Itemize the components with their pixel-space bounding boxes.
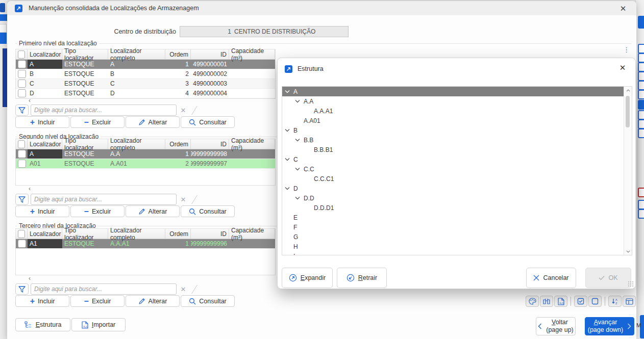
clear-filter-icon[interactable]: ✕	[179, 194, 188, 205]
tree-node-A.A.A1[interactable]: A.A.A1	[282, 106, 632, 116]
chevron-down-icon[interactable]	[285, 128, 290, 132]
table-row[interactable]: A1ESTOQUEA.A.A11999999999996	[16, 239, 275, 249]
search-columns-icon[interactable]	[540, 296, 553, 307]
search-input[interactable]	[31, 105, 177, 116]
incluir-button[interactable]: +Incluir	[15, 295, 69, 307]
consultar-button[interactable]: Consultar	[181, 116, 235, 128]
column-header[interactable]: Localizador	[28, 49, 62, 59]
avancar-button[interactable]: Avançar(page down)	[585, 317, 634, 335]
hscrollbar[interactable]: ‹	[15, 276, 275, 282]
column-header[interactable]: Tipo localizador	[62, 139, 108, 149]
row-checkbox[interactable]	[16, 69, 28, 79]
column-header[interactable]: Ordem	[165, 229, 191, 239]
retrair-button[interactable]: Retrair	[337, 268, 387, 288]
tree-node-A.A01[interactable]: A.A01	[282, 116, 632, 125]
column-header[interactable]: ID	[191, 139, 229, 149]
tree-node-C.C.C1[interactable]: C.C.C1	[282, 174, 632, 184]
filter-icon[interactable]	[15, 283, 29, 295]
excluir-button[interactable]: −Excluir	[70, 116, 125, 128]
incluir-button[interactable]: +Incluir	[15, 116, 69, 128]
palette-icon[interactable]	[526, 296, 539, 307]
estrutura-button[interactable]: Estrutura	[15, 318, 70, 331]
chevron-down-icon[interactable]	[295, 196, 300, 200]
column-header[interactable]: Tipo localizador	[62, 49, 108, 59]
voltar-button[interactable]: Voltar(page up)	[536, 317, 576, 335]
tree-node-E[interactable]: E	[282, 213, 632, 222]
alterar-button[interactable]: Alterar	[126, 295, 180, 307]
table-row[interactable]: BESTOQUEB24990000002	[16, 69, 275, 79]
tree-scroll-thumb[interactable]	[626, 96, 630, 127]
row-checkbox[interactable]	[16, 159, 28, 168]
filter-icon[interactable]	[15, 105, 29, 116]
tree-node-D[interactable]: D	[282, 184, 632, 193]
check-all-icon[interactable]	[574, 296, 587, 307]
column-header[interactable]: Localizador completo	[108, 139, 165, 149]
chevron-down-icon[interactable]	[295, 99, 300, 103]
scroll-up-icon[interactable]	[624, 87, 632, 94]
chevron-down-icon[interactable]	[285, 187, 290, 190]
tree-node-D.D[interactable]: D.D	[282, 193, 632, 203]
chevron-down-icon[interactable]	[295, 138, 300, 142]
resize-grip[interactable]	[628, 281, 634, 287]
tree-node-A[interactable]: A	[282, 87, 632, 96]
select-all-checkbox[interactable]	[16, 139, 28, 149]
row-checkbox[interactable]	[16, 239, 28, 248]
table-row[interactable]: DESTOQUED44990000004	[16, 89, 275, 98]
row-checkbox[interactable]	[16, 89, 28, 98]
window-close-icon[interactable]: ✕	[618, 4, 628, 14]
column-header[interactable]: Localizador	[28, 139, 62, 149]
importar-button[interactable]: XLS Importar	[71, 318, 126, 331]
scroll-down-icon[interactable]	[624, 248, 632, 255]
search-input[interactable]	[31, 283, 177, 295]
select-all-checkbox[interactable]	[16, 49, 28, 59]
tree-node-B.B.B1[interactable]: B.B.B1	[282, 145, 632, 154]
export-xls-icon[interactable]: XLS	[554, 296, 567, 307]
column-header[interactable]: Localizador	[28, 229, 62, 239]
consultar-button[interactable]: Consultar	[181, 295, 235, 307]
tree-node-C.C[interactable]: C.C	[282, 164, 632, 174]
column-header[interactable]: Ordem	[165, 49, 191, 59]
tree-node-B.B[interactable]: B.B	[282, 135, 632, 145]
chevron-down-icon[interactable]	[295, 167, 300, 171]
tree-node-D.D.D1[interactable]: D.D.D1	[282, 203, 632, 213]
tree-node-B[interactable]: B	[282, 125, 632, 135]
column-header[interactable]: ID	[191, 49, 229, 59]
tree-scrollbar[interactable]	[624, 87, 632, 255]
hscrollbar[interactable]: ‹	[15, 186, 275, 193]
dialog-close-icon[interactable]: ✕	[617, 62, 628, 73]
tree-node-G[interactable]: G	[282, 232, 632, 242]
table-row[interactable]: CESTOQUEC34990000003	[16, 79, 275, 89]
chevron-down-icon[interactable]	[285, 158, 290, 161]
row-checkbox[interactable]	[16, 149, 28, 159]
uncheck-all-icon[interactable]	[588, 296, 602, 307]
tree-node-F[interactable]: F	[282, 222, 632, 232]
clear-filter-icon[interactable]: ✕	[179, 283, 188, 295]
column-header[interactable]: Tipo localizador	[62, 229, 108, 239]
ok-button[interactable]: OK	[585, 268, 631, 288]
column-header[interactable]: Localizador completo	[108, 49, 165, 59]
column-header[interactable]: Capacidade (m³)	[229, 229, 275, 239]
table-row[interactable]: A01ESTOQUEA.A012999999999997	[16, 159, 275, 169]
clear-filter-icon[interactable]: ✕	[179, 105, 188, 116]
table-row[interactable]: AESTOQUEA.A1999999999998	[16, 149, 275, 159]
alterar-button[interactable]: Alterar	[126, 205, 180, 217]
tree-node-I[interactable]: I	[282, 251, 632, 255]
hscrollbar[interactable]: ‹	[15, 98, 275, 105]
column-header[interactable]: ID	[191, 229, 229, 239]
excluir-button[interactable]: −Excluir	[70, 205, 125, 217]
row-checkbox[interactable]	[16, 60, 28, 69]
row-checkbox[interactable]	[16, 79, 28, 88]
incluir-button[interactable]: +Incluir	[15, 205, 69, 217]
alterar-button[interactable]: Alterar	[126, 116, 180, 128]
select-all-checkbox[interactable]	[16, 229, 28, 239]
column-header[interactable]: Capacidade (m³)	[229, 49, 275, 59]
excluir-button[interactable]: −Excluir	[70, 295, 125, 307]
filter-icon[interactable]	[15, 194, 29, 205]
consultar-button[interactable]: Consultar	[181, 205, 235, 217]
chevron-down-icon[interactable]	[285, 90, 290, 93]
layout-icon[interactable]	[623, 296, 636, 307]
column-header[interactable]: Localizador completo	[108, 229, 165, 239]
table-row[interactable]: AESTOQUEA14990000001	[16, 60, 275, 69]
tree-node-C[interactable]: C	[282, 154, 632, 164]
cancelar-button[interactable]: Cancelar	[526, 268, 576, 288]
